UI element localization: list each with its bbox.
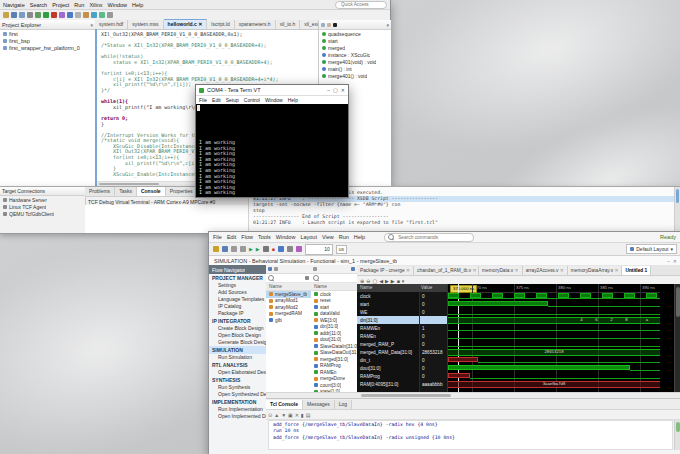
outline-menu-icon[interactable]: ▾ [386, 22, 389, 28]
console-tab-properties[interactable]: Properties [166, 187, 198, 196]
run-icon[interactable] [43, 12, 49, 18]
menu-item-flow[interactable]: Flow [241, 234, 253, 240]
menu-item-run[interactable]: Run [74, 2, 84, 8]
outline-hide-icon[interactable] [333, 23, 337, 27]
maximize-icon[interactable]: ▢ [333, 87, 338, 93]
tab-close-icon[interactable]: ✕ [558, 268, 563, 273]
menu-item-window[interactable]: Window [108, 2, 128, 8]
pause-icon[interactable] [263, 246, 269, 252]
flow-item-add-sources[interactable]: Add Sources [209, 289, 266, 296]
layout-select[interactable]: Default Layout ▾ [626, 244, 677, 254]
sim-runtime-input[interactable] [305, 244, 333, 255]
target-connection-item[interactable]: Linux TCF Agent [0, 203, 85, 210]
menu-item-setup[interactable]: Setup [226, 97, 239, 103]
redo-icon[interactable] [240, 246, 246, 252]
flow-item-open-elaborated-design[interactable]: Open Elaborated Design [209, 369, 266, 376]
menu-item-layout[interactable]: Layout [300, 234, 317, 240]
scope-collapse-icon[interactable] [274, 267, 278, 271]
menu-item-navigate[interactable]: Navigate [3, 2, 25, 8]
wave-vscrollbar[interactable] [674, 284, 680, 393]
restart-icon[interactable]: ▶ [256, 246, 260, 252]
outline-item[interactable]: merged [319, 44, 391, 51]
flow-item-ip-catalog[interactable]: IP Catalog [209, 303, 266, 310]
wave-signal-name[interactable]: dout[31:0] [357, 364, 419, 372]
flow-item-run-simulation[interactable]: Run Simulation [209, 354, 266, 361]
flow-section-implementation[interactable]: IMPLEMENTATION [209, 398, 266, 406]
console-output[interactable] [85, 205, 248, 233]
console-tab-problems[interactable]: Problems [85, 187, 115, 196]
annotate-icon[interactable] [83, 12, 89, 18]
tab-close-icon[interactable]: ✕ [613, 268, 618, 273]
editor-tab-system.hdf[interactable]: system.hdf [95, 20, 128, 29]
wave-signal-name[interactable]: WE [357, 308, 419, 316]
console-tab-tasks[interactable]: Tasks [115, 187, 137, 196]
outline-item[interactable]: instance : XScuGic [319, 51, 391, 58]
search-icon[interactable] [75, 12, 81, 18]
save-icon[interactable] [11, 12, 17, 18]
tab-close-icon[interactable]: ✕ [471, 268, 476, 273]
flow-item-open-block-design[interactable]: Open Block Design [209, 332, 266, 339]
outline-sort-icon[interactable] [321, 23, 325, 27]
wave-signal-name[interactable]: din_t [357, 356, 419, 364]
scope-item[interactable]: glbl [266, 317, 311, 324]
step-icon[interactable] [67, 12, 73, 18]
explorer-item[interactable]: first [0, 30, 95, 37]
menu-item-file[interactable]: File [199, 97, 207, 103]
panel-close-icon[interactable]: ✕ [673, 258, 677, 264]
scroll-top-icon[interactable]: ▲ [274, 411, 279, 419]
stop-icon[interactable] [51, 12, 57, 18]
minimize-icon[interactable]: – [327, 87, 330, 93]
step-icon[interactable] [278, 246, 284, 252]
editor-tab-xparameters.h[interactable]: xparameters.h [235, 20, 276, 29]
panel-minimize-icon[interactable]: – [667, 258, 670, 264]
wave-tab-array2access-v[interactable]: array2Access.v ✕ [523, 266, 568, 275]
terminal-body[interactable]: I am workingI am workingI am workingI am… [196, 104, 348, 197]
menu-item-file[interactable]: File [213, 234, 222, 240]
flow-section-synthesis[interactable]: SYNTHESIS [209, 376, 266, 384]
undo-icon[interactable] [231, 246, 237, 252]
wave-signal-name[interactable]: start [357, 300, 419, 308]
external-tools-icon[interactable] [99, 12, 105, 18]
flow-section-project-manager[interactable]: PROJECT MANAGER [209, 274, 266, 282]
command-search-input[interactable] [396, 234, 470, 241]
menu-item-window[interactable]: Window [265, 97, 283, 103]
flow-item-create-block-design[interactable]: Create Block Design [209, 325, 266, 332]
scope-settings-icon[interactable] [268, 267, 272, 271]
flow-item-open-synthesized-design[interactable]: Open Synthesized Design [209, 391, 266, 398]
menu-item-control[interactable]: Control [244, 97, 260, 103]
wave-tab-package-ip-cmerge[interactable]: Package IP - cmerge ✕ [357, 266, 414, 275]
outline-item[interactable]: quadsequence [319, 30, 391, 37]
target-connection-item[interactable]: Hardware Server [0, 196, 85, 203]
flow-item-settings[interactable]: Settings [209, 282, 266, 289]
outline-item[interactable]: merge401() : void [319, 72, 391, 79]
outline-item[interactable]: merge401(void) : void [319, 58, 391, 65]
menu-item-run[interactable]: Run [339, 234, 349, 240]
menu-item-edit[interactable]: Edit [212, 97, 221, 103]
sim-runtime-unit-select[interactable]: us [336, 245, 347, 254]
profile-icon[interactable] [59, 12, 65, 18]
search-icon[interactable]: ⊙ [268, 411, 272, 419]
wave-signal-name[interactable]: RAMEn [357, 332, 419, 340]
outline-item[interactable]: main() : int [319, 65, 391, 72]
console-tab-console[interactable]: Console [137, 187, 166, 196]
close-icon[interactable]: ✕ [341, 87, 345, 93]
wave-signal-name[interactable]: RAMWEn [357, 324, 419, 332]
menu-item-tools[interactable]: Tools [258, 234, 271, 240]
debug-icon[interactable] [35, 12, 41, 18]
flow-item-run-synthesis[interactable]: Run Synthesis [209, 384, 266, 391]
editor-tab-xil_io.h[interactable]: xil_io.h [276, 20, 301, 29]
relaunch-icon[interactable] [287, 246, 293, 252]
wave-tab-memorydata-v[interactable]: memoryData.v ✕ [479, 266, 523, 275]
tcl-tab-messages[interactable]: Messages [303, 400, 335, 409]
flow-item-language-templates[interactable]: Language Templates [209, 296, 266, 303]
editor-tab-lscript.ld[interactable]: lscript.ld [207, 20, 234, 29]
new-icon[interactable] [3, 12, 9, 18]
tcl-console-output[interactable]: add_force {/mergeSlave_tb/SlaveDataIn} -… [268, 420, 673, 450]
outline-item[interactable]: start [319, 37, 391, 44]
tab-close-icon[interactable]: ✕ [197, 21, 203, 27]
tab-close-icon[interactable]: ✕ [513, 268, 518, 273]
menu-item-xilinx[interactable]: Xilinx [89, 2, 102, 8]
teraterm-titlebar[interactable]: COM4 - Tera Term VT – ▢ ✕ [196, 85, 348, 96]
target-connection-item[interactable]: QEMU TcfGdbClient [0, 210, 85, 217]
menu-item-search[interactable]: Search [30, 2, 47, 8]
